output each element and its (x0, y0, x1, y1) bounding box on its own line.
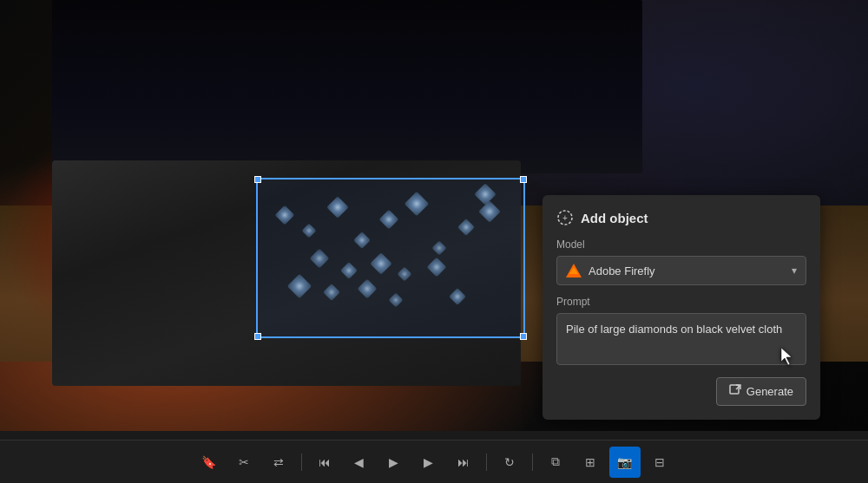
nest-button[interactable]: ⊞ (575, 447, 606, 478)
firefly-logo (566, 263, 582, 278)
replace-clip-icon: ⧉ (551, 454, 560, 469)
prompt-label: Prompt (556, 296, 806, 308)
play-icon: ▶ (389, 455, 398, 469)
separator-2 (486, 454, 487, 471)
generate-icon (729, 384, 741, 399)
separator-3 (532, 454, 533, 471)
next-frame-button[interactable]: ▶ (413, 447, 444, 478)
prev-frame-icon: ◀ (354, 455, 364, 469)
model-label: Model (556, 238, 806, 251)
camera-button[interactable]: 📷 (609, 447, 641, 478)
nest-icon: ⊞ (585, 455, 595, 469)
svg-text:+: + (562, 213, 568, 223)
svg-rect-2 (730, 385, 739, 394)
add-object-panel: + Add object Model Adobe Firefly ▾ Promp… (542, 195, 820, 420)
handle-top-right[interactable] (520, 176, 527, 183)
marker-icon: 🔖 (201, 455, 216, 469)
go-start-button[interactable]: ⏮ (309, 447, 340, 478)
multicam-button[interactable]: ⊟ (644, 447, 675, 478)
prompt-input[interactable]: Pile of large diamonds on black velvet c… (556, 313, 806, 365)
handle-top-left[interactable] (254, 176, 261, 183)
selection-box[interactable] (256, 178, 525, 338)
model-dropdown-content: Adobe Firefly (566, 263, 655, 278)
replace-clip-button[interactable]: ⧉ (540, 447, 571, 478)
blade-tool-button[interactable]: ✂ (228, 447, 260, 478)
video-area: + Add object Model Adobe Firefly ▾ Promp… (0, 0, 868, 431)
slip-icon: ⇄ (273, 455, 284, 469)
slip-tool-button[interactable]: ⇄ (263, 447, 294, 478)
next-frame-icon: ▶ (424, 455, 433, 469)
panel-header: + Add object (556, 209, 806, 226)
generate-button[interactable]: Generate (716, 377, 806, 406)
multicam-icon: ⊟ (654, 455, 665, 469)
play-button[interactable]: ▶ (378, 447, 410, 478)
loop-button[interactable]: ↻ (494, 447, 525, 478)
marker-tool-button[interactable]: 🔖 (194, 447, 225, 478)
model-dropdown[interactable]: Adobe Firefly ▾ (556, 256, 806, 285)
generate-label: Generate (746, 385, 793, 398)
prev-frame-button[interactable]: ◀ (344, 447, 375, 478)
toolbar: 🔖 ✂ ⇄ ⏮ ◀ ▶ ▶ ⏭ ↻ ⧉ ⊞ 📷 ⊟ (0, 440, 868, 483)
panel-title: Add object (581, 211, 648, 225)
go-start-icon: ⏮ (319, 455, 331, 469)
add-object-icon: + (556, 209, 574, 226)
loop-icon: ↻ (504, 455, 515, 469)
handle-bottom-left[interactable] (254, 333, 261, 340)
go-end-button[interactable]: ⏭ (448, 447, 479, 478)
separator-1 (301, 454, 302, 471)
go-end-icon: ⏭ (457, 455, 470, 469)
suitcase-top (52, 0, 642, 173)
model-name: Adobe Firefly (589, 264, 655, 277)
chevron-down-icon: ▾ (792, 264, 797, 277)
handle-bottom-right[interactable] (520, 333, 527, 340)
camera-icon: 📷 (617, 455, 632, 469)
blade-icon: ✂ (239, 455, 249, 469)
